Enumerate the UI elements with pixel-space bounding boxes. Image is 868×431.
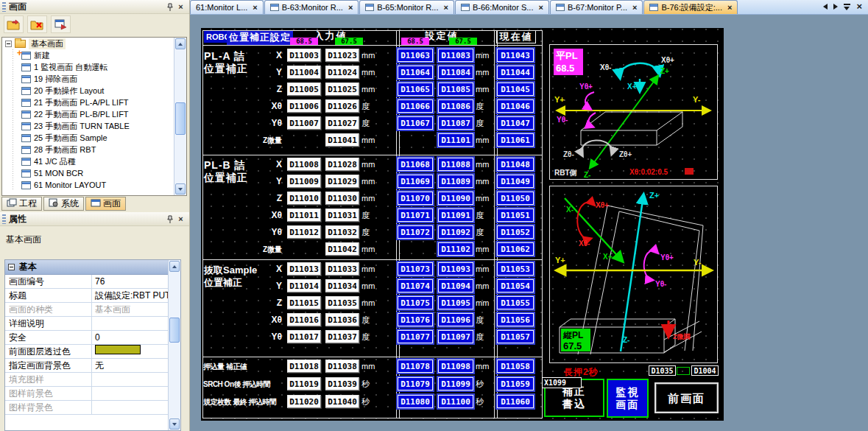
set-register[interactable]: D11083 (438, 49, 473, 62)
current-register[interactable]: D11051 (497, 209, 534, 222)
editor-tab[interactable]: B-66:Monitor S...× (455, 0, 549, 14)
pin-icon[interactable] (164, 214, 175, 224)
set-register[interactable]: D11102 (438, 242, 473, 256)
input-register[interactable]: D11012 (287, 225, 321, 239)
scroll-tabs-right-icon[interactable] (833, 4, 838, 10)
input-register[interactable]: D11025 (325, 83, 359, 96)
input-register[interactable]: D11004 (287, 66, 321, 79)
monitor-screen-button[interactable]: 監視 画面 (607, 379, 649, 418)
input-register[interactable]: D11019 (287, 377, 321, 390)
set-register[interactable]: D11073 (398, 262, 433, 276)
input-register[interactable]: D11029 (325, 175, 359, 188)
input-register[interactable]: D11006 (287, 99, 321, 113)
open-screen-button[interactable] (4, 15, 24, 33)
set-register[interactable]: D11092 (438, 225, 473, 239)
input-register[interactable]: D11011 (287, 209, 321, 222)
set-register[interactable]: D11094 (438, 279, 473, 292)
tree-item[interactable]: 1 監視画面 自動運転 (2, 61, 186, 73)
input-register[interactable]: D11033 (325, 262, 359, 276)
input-register[interactable]: D11034 (325, 279, 359, 292)
input-register[interactable]: D11023 (325, 49, 359, 62)
scroll-tabs-left-icon[interactable] (823, 4, 828, 10)
scroll-up-icon[interactable] (169, 261, 180, 272)
tree-root[interactable]: 基本画面 (2, 38, 186, 49)
close-icon[interactable]: × (175, 1, 186, 12)
tab-close-icon[interactable]: × (538, 3, 543, 12)
input-register[interactable]: D11026 (325, 99, 359, 113)
input-register[interactable]: D11036 (325, 313, 359, 326)
tree-item[interactable]: 22 手動画面 PL-B/PL LIFT (2, 108, 186, 120)
input-register[interactable]: D11003 (287, 49, 321, 62)
set-register[interactable]: D11097 (438, 330, 473, 343)
tree-item[interactable]: 新建 (2, 49, 186, 61)
set-register[interactable]: D11064 (398, 66, 433, 79)
collapse-icon[interactable] (5, 41, 12, 47)
current-register[interactable]: D11050 (497, 192, 534, 205)
current-register[interactable]: D11048 (497, 158, 534, 171)
tab-list-menu-icon[interactable] (844, 4, 850, 10)
current-register[interactable]: D11062 (497, 242, 534, 256)
set-register[interactable]: D11072 (398, 225, 433, 239)
current-register[interactable]: D11052 (497, 225, 534, 239)
set-register[interactable]: D11085 (438, 83, 473, 96)
scroll-up-icon[interactable] (175, 38, 186, 49)
tree-scrollbar[interactable] (174, 38, 186, 195)
set-register[interactable]: D11079 (398, 377, 433, 390)
input-register[interactable]: D11009 (287, 175, 321, 188)
tab-close-icon[interactable]: × (443, 3, 448, 12)
property-value[interactable]: 0 (92, 331, 180, 344)
set-register[interactable]: D11066 (398, 99, 433, 113)
collapse-icon[interactable] (8, 264, 15, 270)
property-value[interactable]: 76 (92, 275, 180, 288)
property-value[interactable] (92, 345, 180, 358)
set-register[interactable]: D11098 (438, 360, 473, 373)
current-register[interactable]: D11043 (497, 49, 534, 62)
property-group-header[interactable]: 基本 (5, 260, 180, 275)
panel-tab-工程[interactable]: 工程 (1, 197, 42, 211)
input-register[interactable]: D11016 (287, 313, 321, 326)
set-register[interactable]: D11099 (438, 377, 473, 390)
tree-item[interactable]: 51 MON BCR (2, 167, 186, 179)
scroll-down-icon[interactable] (169, 418, 180, 430)
set-register[interactable]: D11096 (438, 313, 473, 326)
input-register[interactable]: D11028 (325, 158, 359, 171)
current-register[interactable]: D11047 (497, 116, 534, 130)
register-lamp[interactable]: D1004 (691, 365, 719, 376)
set-register[interactable]: D11078 (398, 360, 433, 373)
input-register[interactable]: D11007 (287, 116, 321, 130)
editor-tab[interactable]: 61:Monitor L...× (190, 0, 264, 14)
input-register[interactable]: D11014 (287, 279, 321, 292)
property-value[interactable]: 无 (92, 359, 180, 372)
set-register[interactable]: D11088 (438, 158, 473, 171)
current-register[interactable]: D11053 (497, 262, 534, 276)
input-register[interactable]: D11032 (325, 225, 359, 239)
input-register[interactable]: D11008 (287, 158, 321, 171)
current-register[interactable]: D11061 (497, 133, 534, 147)
close-screen-button[interactable] (27, 15, 47, 33)
input-register[interactable]: D11013 (287, 262, 321, 276)
input-register[interactable]: D11042 (325, 242, 359, 256)
tree-item[interactable]: 25 手動画面 Sample (2, 132, 186, 144)
set-register[interactable]: D11077 (398, 330, 433, 343)
input-register[interactable]: D11031 (325, 209, 359, 222)
input-register[interactable]: D11039 (325, 377, 359, 390)
input-register[interactable]: D11040 (325, 395, 359, 408)
set-register[interactable]: D11084 (438, 66, 473, 79)
tree-item[interactable]: 19 掃除画面 (2, 73, 186, 85)
current-register[interactable]: D11046 (497, 99, 534, 113)
panel-grip[interactable] (2, 214, 6, 224)
current-register[interactable]: D11056 (497, 313, 534, 326)
current-register[interactable]: D11049 (497, 175, 534, 188)
editor-tab[interactable]: B-63:Monitor R...× (264, 0, 359, 14)
set-register[interactable]: D11093 (438, 262, 473, 276)
set-register[interactable]: D11065 (398, 83, 433, 96)
input-register[interactable]: D11010 (287, 192, 321, 205)
input-register[interactable]: D11018 (287, 360, 321, 373)
tree-item[interactable]: 23 手動画面 TURN TABLE (2, 120, 186, 132)
set-register[interactable]: D11070 (398, 192, 433, 205)
input-register[interactable]: D11027 (325, 116, 359, 130)
current-register[interactable]: D11055 (497, 296, 534, 309)
set-register[interactable]: D11063 (398, 49, 433, 62)
editor-tab[interactable]: B-67:Monitor P...× (550, 0, 643, 14)
set-register[interactable]: D11089 (438, 175, 473, 188)
